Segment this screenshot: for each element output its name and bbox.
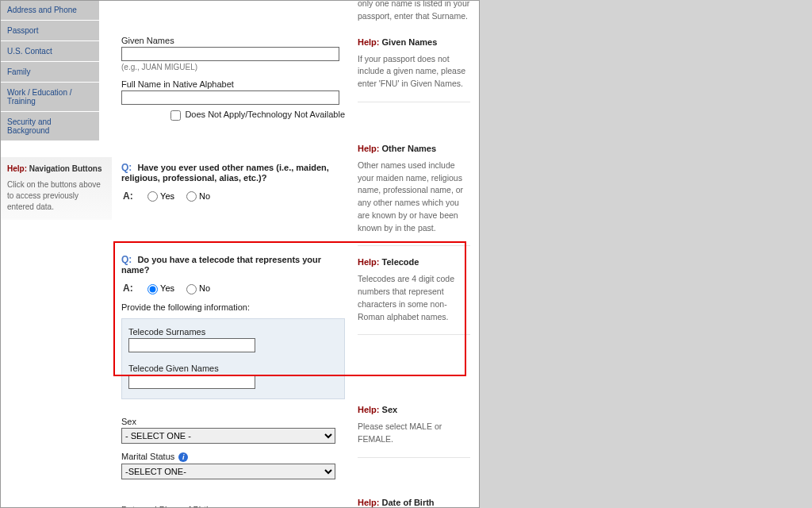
- help-dob-title: Date of Birth: [382, 498, 435, 507]
- sex-select[interactable]: - SELECT ONE -: [121, 428, 335, 444]
- native-name-na-label: Does Not Apply/Technology Not Available: [185, 110, 345, 119]
- telecode-question-block: Q: Do you have a telecode that represent…: [121, 249, 345, 406]
- native-name-input[interactable]: [121, 90, 339, 105]
- sidebar-item-us-contact[interactable]: U.S. Contact: [1, 41, 99, 62]
- a-marker-telecode: A:: [123, 283, 137, 294]
- telecode-given-input[interactable]: [128, 375, 255, 389]
- telecode-no-radio[interactable]: [186, 284, 197, 294]
- help-nav-body: Click on the buttons above to access pre…: [7, 179, 105, 213]
- help-dob-block: Help: Date of Birth If day or month is u…: [358, 495, 470, 508]
- other-names-yes-radio[interactable]: [147, 191, 158, 202]
- other-names-question-block: Q: Have you ever used other names (i.e.,…: [121, 154, 345, 209]
- help-nav-title: Navigation Buttons: [29, 164, 102, 173]
- native-name-field: Full Name in Native Alphabet Does Not Ap…: [121, 79, 345, 121]
- sidebar-item-passport[interactable]: Passport: [1, 21, 99, 41]
- dob-heading: Date and Place of Birth: [121, 498, 345, 508]
- q-marker: Q:: [121, 162, 132, 173]
- marital-field: Marital Status i -SELECT ONE-: [121, 452, 345, 479]
- sex-label: Sex: [121, 417, 345, 426]
- help-sex-block: Help: Sex Please select MALE or FEMALE.: [358, 402, 470, 458]
- telecode-surnames-label: Telecode Surnames: [128, 327, 338, 337]
- sidebar-item-security-background[interactable]: Security and Background: [1, 112, 99, 141]
- help-sex-body: Please select MALE or FEMALE.: [358, 421, 470, 446]
- help-navigation-panel: Help: Navigation Buttons Click on the bu…: [1, 157, 112, 220]
- sidebar-item-address-phone[interactable]: Address and Phone: [1, 0, 99, 21]
- other-names-yes-label: Yes: [160, 191, 174, 201]
- help-sex-title: Sex: [382, 405, 398, 414]
- help-given-block: Help: Given Names If your passport does …: [358, 34, 470, 102]
- help-telecode-body: Telecodes are 4 digit code numbers that …: [358, 273, 470, 323]
- help-prefix: Help:: [358, 257, 380, 267]
- marital-label: Marital Status i: [121, 452, 345, 462]
- telecode-details: Telecode Surnames Telecode Given Names: [121, 318, 345, 399]
- q-marker-telecode: Q:: [121, 254, 132, 265]
- native-name-na-checkbox[interactable]: [170, 110, 181, 121]
- telecode-yes-label: Yes: [160, 283, 174, 293]
- native-name-label: Full Name in Native Alphabet: [121, 79, 345, 89]
- telecode-yes-radio[interactable]: [147, 284, 158, 294]
- given-names-hint: (e.g., JUAN MIGUEL): [121, 63, 345, 71]
- help-telecode-block: Help: Telecode Telecodes are 4 digit cod…: [358, 254, 470, 335]
- help-prefix: Help:: [358, 37, 380, 47]
- given-names-label: Given Names: [121, 36, 345, 45]
- other-names-question: Have you ever used other names (i.e., ma…: [121, 163, 329, 183]
- info-icon[interactable]: i: [178, 452, 188, 462]
- help-telecode-title: Telecode: [382, 257, 419, 267]
- sidebar-item-family[interactable]: Family: [1, 62, 99, 83]
- given-names-field: Given Names (e.g., JUAN MIGUEL): [121, 36, 345, 71]
- help-prefix: Help:: [358, 498, 380, 507]
- help-surname-body: only one name is listed in your passport…: [358, 0, 470, 23]
- a-marker: A:: [123, 190, 137, 202]
- other-names-no-label: No: [199, 191, 210, 201]
- given-names-input[interactable]: [121, 47, 339, 61]
- help-aside: only one name is listed in your passport…: [351, 1, 477, 508]
- telecode-question: Do you have a telecode that represents y…: [121, 255, 321, 275]
- help-given-body: If your passport does not include a give…: [358, 53, 470, 90]
- help-prefix: Help:: [358, 144, 380, 153]
- sidebar: Address and Phone Passport U.S. Contact …: [1, 0, 99, 141]
- marital-select[interactable]: -SELECT ONE-: [121, 464, 335, 479]
- sidebar-item-work-education[interactable]: Work / Education / Training: [1, 83, 99, 112]
- sex-field: Sex - SELECT ONE -: [121, 417, 345, 444]
- help-prefix: Help:: [358, 405, 380, 414]
- telecode-given-label: Telecode Given Names: [128, 364, 338, 373]
- main-form: Given Names (e.g., JUAN MIGUEL) Full Nam…: [113, 1, 351, 508]
- help-nav-prefix: Help:: [7, 164, 27, 173]
- telecode-no-label: No: [199, 283, 210, 293]
- help-given-title: Given Names: [382, 37, 438, 47]
- telecode-surnames-input[interactable]: [128, 338, 255, 352]
- help-other-title: Other Names: [382, 144, 436, 153]
- help-other-body: Other names used include your maiden nam…: [358, 160, 470, 235]
- other-names-no-radio[interactable]: [186, 191, 197, 202]
- app-window: Address and Phone Passport U.S. Contact …: [0, 0, 480, 508]
- telecode-provide-text: Provide the following information:: [121, 302, 345, 312]
- help-other-block: Help: Other Names Other names used inclu…: [358, 140, 470, 247]
